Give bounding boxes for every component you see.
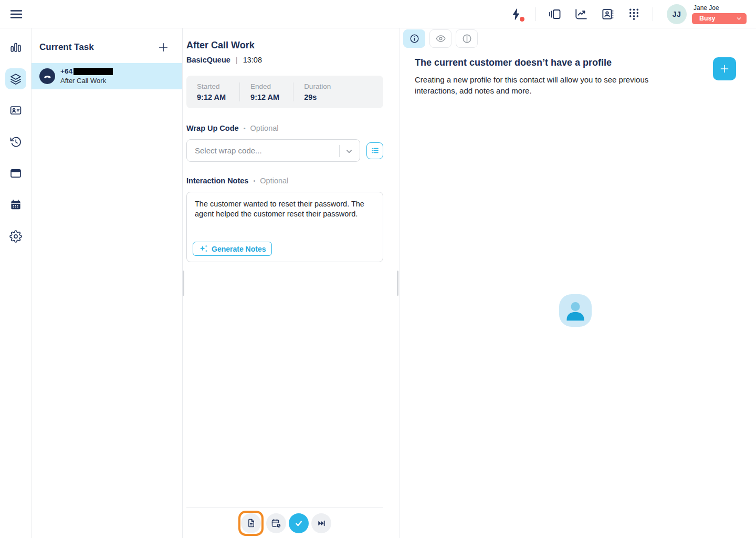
top-bar: JJ Jane Joe Busy bbox=[0, 0, 756, 28]
history-icon bbox=[9, 136, 22, 148]
duration-label: Duration bbox=[304, 82, 331, 90]
duration-value: 29s bbox=[304, 93, 331, 101]
layers-icon bbox=[9, 73, 22, 85]
tab-info[interactable] bbox=[403, 29, 425, 48]
chevron-down-icon bbox=[736, 15, 742, 22]
skip-end-icon bbox=[316, 518, 327, 529]
task-phone-prefix: +64 bbox=[60, 68, 72, 75]
bar-chart-icon bbox=[9, 41, 22, 54]
create-profile-button[interactable] bbox=[713, 57, 736, 80]
notes-document-button[interactable] bbox=[241, 513, 261, 533]
wrap-code-list-button[interactable] bbox=[366, 142, 383, 159]
sidebar-item-browser[interactable] bbox=[5, 163, 26, 184]
user-chip: JJ Jane Joe Busy bbox=[667, 4, 747, 24]
handset-icon bbox=[43, 72, 52, 81]
status-label: Busy bbox=[699, 15, 716, 22]
document-icon bbox=[246, 518, 256, 529]
notification-dot bbox=[520, 17, 524, 22]
current-task-panel: Current Task +64 After Call Work bbox=[32, 28, 183, 538]
wrap-up-optional-label: Optional bbox=[250, 124, 278, 132]
panels-button[interactable] bbox=[548, 7, 562, 22]
list-icon bbox=[370, 146, 380, 156]
ended-label: Ended bbox=[250, 82, 279, 90]
tutorial-highlight-box bbox=[238, 511, 264, 536]
dialpad-button[interactable] bbox=[626, 7, 641, 22]
generate-notes-button[interactable]: Generate Notes bbox=[193, 242, 272, 256]
phone-call-icon bbox=[39, 68, 55, 84]
quick-actions-button[interactable] bbox=[509, 7, 524, 22]
sidebar-item-settings[interactable] bbox=[5, 226, 26, 247]
bullet: • bbox=[244, 125, 246, 131]
contacts-button[interactable] bbox=[600, 7, 615, 22]
check-icon bbox=[293, 518, 304, 529]
eye-icon bbox=[435, 33, 446, 44]
gear-icon bbox=[9, 230, 22, 243]
line-chart-icon bbox=[574, 7, 588, 21]
notes-text: The customer wanted to reset their passw… bbox=[195, 199, 375, 219]
wrap-code-select[interactable]: Select wrap code... bbox=[186, 139, 360, 162]
plus-icon bbox=[719, 63, 730, 75]
separator: | bbox=[236, 56, 238, 64]
sparkle-icon bbox=[199, 244, 208, 253]
bullet: • bbox=[253, 178, 255, 184]
browser-window-icon bbox=[9, 167, 22, 180]
contact-card-icon bbox=[9, 104, 22, 117]
sidebar-item-contact-card[interactable] bbox=[5, 100, 26, 121]
sidebar-item-calendar[interactable] bbox=[5, 194, 26, 215]
started-value: 9:12 AM bbox=[197, 93, 226, 101]
address-book-icon bbox=[601, 7, 614, 21]
customer-avatar-placeholder bbox=[559, 294, 592, 327]
customer-profile-panel: The current customer doesn’t have a prof… bbox=[400, 28, 756, 538]
started-label: Started bbox=[197, 82, 226, 90]
divider bbox=[653, 7, 653, 21]
hamburger-icon bbox=[9, 7, 24, 22]
task-subtitle: After Call Work bbox=[60, 77, 113, 85]
split-circle-icon bbox=[461, 33, 472, 44]
add-task-button[interactable] bbox=[157, 41, 170, 54]
chevron-down-icon bbox=[343, 146, 355, 157]
wrap-code-placeholder: Select wrap code... bbox=[195, 146, 262, 155]
hamburger-menu-button[interactable] bbox=[9, 7, 24, 22]
queue-name: BasicQueue bbox=[186, 56, 230, 64]
sidebar-item-tasks[interactable] bbox=[5, 68, 26, 89]
person-icon bbox=[559, 294, 592, 327]
sidebar-item-analytics[interactable] bbox=[5, 37, 26, 58]
divider bbox=[536, 7, 536, 21]
profile-tabs bbox=[400, 28, 756, 48]
no-profile-description: Creating a new profile for this contact … bbox=[415, 74, 667, 96]
skip-to-next-button[interactable] bbox=[311, 513, 331, 533]
metrics-button[interactable] bbox=[574, 7, 589, 22]
user-avatar[interactable]: JJ bbox=[667, 4, 687, 24]
tab-split-view[interactable] bbox=[456, 29, 478, 48]
elapsed-time: 13:08 bbox=[243, 56, 262, 64]
acw-footer-toolbar bbox=[186, 508, 383, 538]
notes-optional-label: Optional bbox=[260, 177, 288, 185]
schedule-callback-button[interactable] bbox=[266, 513, 286, 533]
tab-view[interactable] bbox=[429, 29, 452, 48]
divider bbox=[339, 145, 340, 157]
calendar-clock-icon bbox=[271, 518, 282, 529]
interaction-notes-input[interactable]: The customer wanted to reset their passw… bbox=[186, 192, 383, 262]
after-call-work-panel: After Call Work BasicQueue | 13:08 Start… bbox=[183, 28, 400, 538]
wrap-up-code-label: Wrap Up Code bbox=[186, 124, 239, 132]
ended-value: 9:12 AM bbox=[250, 93, 279, 101]
dialpad-icon bbox=[627, 7, 640, 20]
user-name: Jane Joe bbox=[692, 4, 747, 12]
sidebar-item-history[interactable] bbox=[5, 131, 26, 152]
interaction-notes-label: Interaction Notes bbox=[186, 177, 248, 185]
task-list-item[interactable]: +64 After Call Work bbox=[32, 63, 182, 89]
scrollbar-thumb-right[interactable] bbox=[397, 271, 398, 296]
left-navigation-rail bbox=[0, 28, 32, 538]
acw-title: After Call Work bbox=[186, 40, 383, 51]
status-dropdown[interactable]: Busy bbox=[692, 13, 747, 24]
scrollbar-thumb-left[interactable] bbox=[183, 271, 184, 296]
panels-icon bbox=[548, 7, 562, 21]
task-panel-title: Current Task bbox=[39, 42, 94, 53]
generate-notes-label: Generate Notes bbox=[212, 245, 266, 253]
info-icon bbox=[409, 33, 420, 44]
no-profile-heading: The current customer doesn’t have a prof… bbox=[415, 57, 667, 68]
complete-task-button[interactable] bbox=[289, 513, 309, 533]
calendar-icon bbox=[9, 199, 22, 211]
call-meta-box: Started 9:12 AM Ended 9:12 AM Duration 2… bbox=[186, 76, 383, 108]
redacted-phone-number bbox=[74, 68, 113, 75]
